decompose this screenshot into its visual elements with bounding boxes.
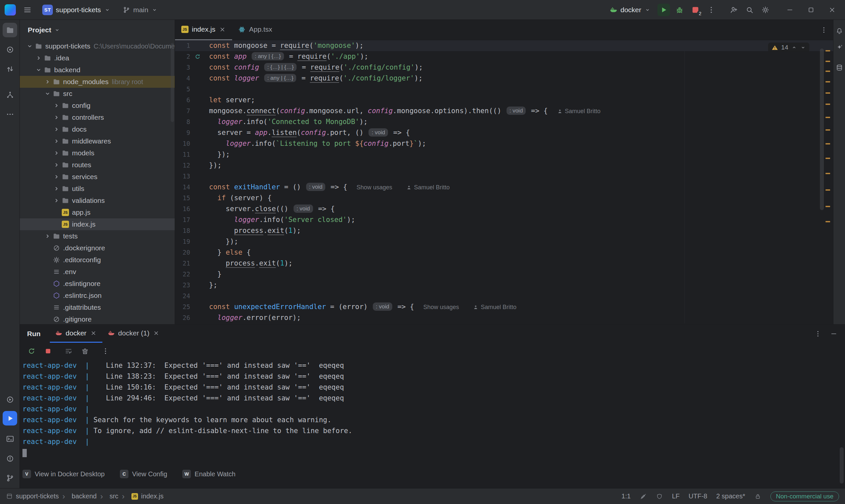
structure-tool-button[interactable] — [3, 87, 17, 102]
author-annotation[interactable]: Samuel Britto — [406, 184, 450, 191]
shield-icon[interactable] — [656, 493, 663, 500]
more-actions-button[interactable] — [705, 4, 718, 16]
author-annotation[interactable]: Samuel Britto — [473, 304, 516, 311]
tab-app-tsx[interactable]: App.tsx — [232, 20, 278, 40]
run-options-icon[interactable] — [814, 330, 822, 338]
inspections-widget[interactable]: 14 — [768, 42, 809, 52]
tree-item-.idea[interactable]: .idea — [20, 52, 175, 64]
stop-process-button[interactable] — [42, 345, 53, 357]
pen-slash-icon[interactable] — [640, 493, 647, 500]
chevron-right-icon[interactable] — [52, 185, 61, 193]
breadcrumb-item-support-tickets[interactable]: support-tickets — [6, 492, 59, 500]
project-widget[interactable]: ST support-tickets — [39, 3, 114, 17]
tree-item-.gitattributes[interactable]: .gitattributes — [20, 302, 175, 313]
terminal-tool-button[interactable] — [3, 431, 17, 446]
enable-watch-button[interactable]: WEnable Watch — [182, 470, 236, 478]
chevron-right-icon[interactable] — [44, 232, 52, 240]
database-tool-button[interactable] — [834, 63, 844, 73]
tree-item-.gitignore[interactable]: .gitignore — [20, 313, 175, 324]
lock-icon[interactable] — [754, 493, 761, 500]
hide-panel-icon[interactable] — [830, 330, 838, 338]
maximize-window-button[interactable] — [805, 4, 817, 16]
tree-item-node_modules[interactable]: node_moduleslibrary root — [20, 76, 175, 88]
more-tool-windows-button[interactable] — [3, 107, 17, 121]
tree-item-config[interactable]: config — [20, 100, 175, 111]
settings-button[interactable] — [759, 4, 772, 16]
tree-item-controllers[interactable]: controllers — [20, 111, 175, 123]
indent-setting[interactable]: 2 spaces* — [716, 492, 745, 500]
tree-item-src[interactable]: src — [20, 88, 175, 100]
run-configuration-selector[interactable]: docker — [606, 3, 654, 17]
run-tab-docker[interactable]: docker — [50, 325, 102, 343]
breadcrumb-item-src[interactable]: src — [97, 492, 119, 501]
vcs-widget[interactable]: main — [119, 3, 161, 17]
caret-position[interactable]: 1:1 — [621, 492, 631, 500]
tree-item-services[interactable]: services — [20, 171, 175, 183]
line-separator[interactable]: LF — [672, 492, 679, 500]
tree-item-support-tickets[interactable]: support-ticketsC:\Users\mucadoo\Document… — [20, 40, 175, 52]
tree-item-middlewares[interactable]: middlewares — [20, 135, 175, 147]
chevron-down-icon[interactable] — [44, 90, 52, 97]
problems-tool-button[interactable] — [3, 451, 17, 466]
tree-item-routes[interactable]: routes — [20, 159, 175, 171]
license-badge[interactable]: Non-commercial use — [770, 491, 839, 501]
debug-button[interactable] — [673, 4, 686, 16]
chevron-right-icon[interactable] — [44, 78, 52, 86]
chevron-down-icon[interactable] — [35, 66, 42, 74]
run-button[interactable] — [657, 4, 670, 16]
console-more-button[interactable] — [100, 345, 111, 357]
version-control-tool-button[interactable] — [3, 471, 17, 485]
close-tab-icon[interactable] — [219, 26, 226, 33]
chevron-right-icon[interactable] — [52, 197, 61, 204]
previous-warning-icon[interactable] — [791, 44, 797, 51]
tree-item-utils[interactable]: utils — [20, 183, 175, 195]
run-tab-docker-1[interactable]: docker (1) — [102, 325, 166, 343]
minimize-window-button[interactable] — [783, 4, 796, 16]
ai-assistant-button[interactable] — [834, 42, 844, 52]
chevron-right-icon[interactable] — [35, 54, 42, 62]
tree-item-validations[interactable]: validations — [20, 195, 175, 206]
author-annotation[interactable]: Samuel Britto — [557, 108, 601, 115]
usages-hint[interactable]: Show usages — [423, 304, 464, 311]
project-panel-header[interactable]: Project — [20, 20, 175, 40]
file-encoding[interactable]: UTF-8 — [689, 492, 707, 500]
tree-item-index.js[interactable]: JSindex.js — [20, 218, 175, 230]
main-menu-button[interactable] — [21, 4, 34, 16]
chevron-right-icon[interactable] — [52, 161, 61, 169]
chevron-right-icon[interactable] — [52, 137, 61, 145]
close-window-button[interactable] — [826, 4, 839, 16]
breadcrumb-item-index.js[interactable]: JSindex.js — [118, 492, 163, 501]
chevron-down-icon[interactable] — [26, 42, 34, 50]
services-tool-button[interactable] — [3, 392, 17, 407]
chevron-right-icon[interactable] — [52, 102, 61, 109]
tree-item-app.js[interactable]: JSapp.js — [20, 206, 175, 218]
notifications-button[interactable] — [834, 26, 844, 36]
tree-item-backend[interactable]: backend — [20, 64, 175, 76]
gutter-cycle-icon[interactable] — [194, 53, 201, 60]
tree-item-.editorconfig[interactable]: .editorconfig — [20, 254, 175, 266]
tree-item-.eslintignore[interactable]: .eslintignore — [20, 278, 175, 290]
project-tree[interactable]: support-ticketsC:\Users\mucadoo\Document… — [20, 40, 175, 324]
run-tool-button[interactable] — [3, 411, 17, 426]
editor-options-icon[interactable] — [820, 26, 828, 34]
view-in-docker-desktop-button[interactable]: VView in Docker Desktop — [22, 470, 105, 478]
console-scrollbar[interactable] — [840, 447, 844, 484]
code-with-me-button[interactable] — [727, 4, 740, 16]
next-warning-icon[interactable] — [800, 44, 806, 51]
chevron-right-icon[interactable] — [52, 149, 61, 157]
pull-requests-tool-button[interactable] — [3, 62, 17, 76]
breadcrumb-item-backend[interactable]: backend — [59, 492, 97, 501]
code-area[interactable]: 1const mongoose = require('mongoose');2c… — [175, 40, 833, 323]
tree-item-.env[interactable]: .env — [20, 266, 175, 278]
tab-index-js[interactable]: JS index.js — [175, 20, 232, 40]
soft-wrap-button[interactable] — [63, 345, 74, 357]
clear-console-button[interactable] — [79, 345, 90, 357]
editor-scrollbar[interactable] — [820, 49, 824, 210]
stop-button[interactable]: 2 — [689, 4, 702, 16]
view-config-button[interactable]: CView Config — [120, 470, 167, 478]
close-tab-icon[interactable] — [90, 329, 97, 337]
close-tab-icon[interactable] — [153, 329, 160, 337]
chevron-right-icon[interactable] — [52, 125, 61, 133]
chevron-right-icon[interactable] — [52, 113, 61, 121]
project-tool-button[interactable] — [3, 23, 17, 37]
